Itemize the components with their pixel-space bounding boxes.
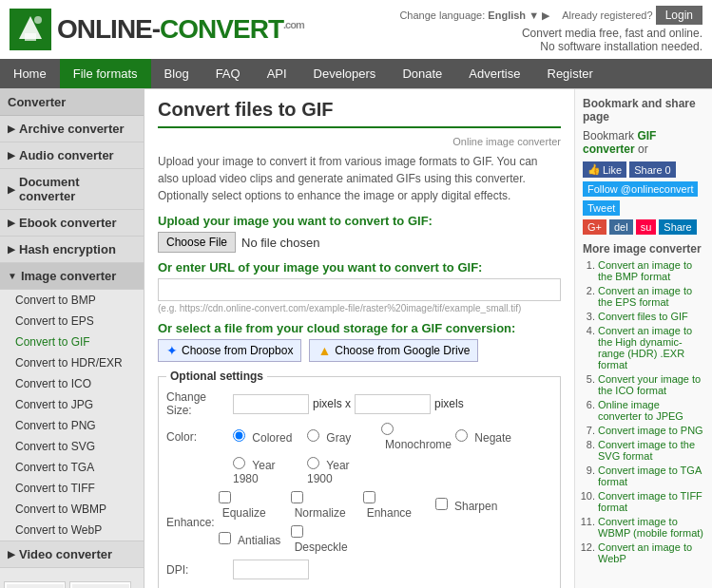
facebook-like-button[interactable]: 👍 Like: [583, 161, 626, 178]
list-item: Convert your image to the ICO format: [598, 373, 704, 396]
url-input[interactable]: [158, 278, 561, 301]
more-link-ico[interactable]: Convert your image to the ICO format: [598, 373, 701, 396]
more-link-png[interactable]: Convert image to PNG: [598, 425, 703, 436]
more-link-bmp[interactable]: Convert an image to the BMP format: [598, 259, 692, 282]
delicious-button[interactable]: del: [609, 219, 633, 235]
more-link-eps[interactable]: Convert an image to the EPS format: [598, 285, 692, 308]
more-link-svg[interactable]: Convert image to the SVG format: [598, 439, 695, 462]
nav-blog[interactable]: Blog: [151, 59, 202, 88]
radio-colored[interactable]: [233, 429, 245, 442]
year-1900[interactable]: Year 1900: [307, 457, 374, 485]
check-enhance[interactable]: [363, 491, 375, 503]
url-hint: (e.g. https://cdn.online-convert.com/exa…: [158, 303, 561, 313]
dpi-label: DPI:: [166, 563, 233, 577]
color-negate[interactable]: Negate: [455, 429, 522, 445]
sidebar-item-bmp[interactable]: Convert to BMP: [0, 290, 144, 311]
sidebar-section-audio[interactable]: ▶Audio converter: [0, 142, 144, 169]
enhance-equalize[interactable]: Equalize: [219, 491, 285, 520]
color-mono[interactable]: Monochrome: [381, 423, 448, 451]
sidebar-section-ebook[interactable]: ▶Ebook converter: [0, 210, 144, 237]
choose-file-button[interactable]: Choose File: [158, 232, 236, 253]
nav-faq[interactable]: FAQ: [202, 59, 254, 88]
sidebar-item-webp[interactable]: Convert to WebP: [0, 520, 144, 541]
login-button[interactable]: Login: [656, 6, 702, 25]
sidebar-item-hdr[interactable]: Convert to HDR/EXR: [0, 352, 144, 373]
language-bar: Change language: English ▼ ▶ Already reg…: [399, 6, 702, 25]
logo-icon: [10, 9, 51, 50]
sidebar-item-tiff[interactable]: Convert to TIFF: [0, 478, 144, 499]
nav-advertise[interactable]: Advertise: [455, 59, 533, 88]
radio-1900[interactable]: [307, 457, 319, 469]
nav-donate[interactable]: Donate: [389, 59, 455, 88]
width-input[interactable]: [233, 394, 309, 414]
sidebar-section-image[interactable]: ▼Image converter: [0, 263, 144, 290]
dropbox-button[interactable]: ✦ Choose from Dropbox: [158, 339, 301, 362]
check-despeckle[interactable]: [291, 525, 303, 538]
sidebar-item-wbmp[interactable]: Convert to WBMP: [0, 499, 144, 520]
check-antialias[interactable]: [219, 532, 231, 544]
enhance-antialias[interactable]: Antialias: [219, 532, 285, 547]
sidebar-section-archive[interactable]: ▶Archive converter: [0, 116, 144, 142]
nav-api[interactable]: API: [254, 59, 300, 88]
linkedin-button[interactable]: Share: [659, 219, 696, 235]
sidebar-item-ico[interactable]: Convert to ICO: [0, 373, 144, 394]
radio-gray[interactable]: [307, 429, 319, 442]
nav-home[interactable]: Home: [0, 59, 60, 88]
dpi-input[interactable]: [233, 560, 309, 579]
enhance-normalize[interactable]: Normalize: [291, 491, 357, 520]
list-item: Convert image to PNG: [598, 425, 704, 436]
list-item: Convert image to TGA format: [598, 465, 704, 487]
gplus-button[interactable]: G+: [583, 219, 606, 235]
sidebar-item-png[interactable]: Convert to PNG: [0, 415, 144, 436]
radio-1980[interactable]: [233, 457, 245, 469]
twitter-follow-button[interactable]: Follow @onlineconvert: [583, 181, 698, 197]
more-link-tiff[interactable]: Convert image to TIFF format: [598, 490, 702, 513]
more-link-jpeg[interactable]: Online image converter to JPEG: [598, 399, 683, 422]
list-item: Convert an image to the BMP format: [598, 259, 704, 282]
sidebar-item-gif[interactable]: Convert to GIF: [0, 332, 144, 352]
sidebar-item-eps[interactable]: Convert to EPS: [0, 311, 144, 332]
more-link-hdr[interactable]: Convert an image to the High dynamic-ran…: [598, 325, 692, 370]
radio-mono[interactable]: [381, 423, 394, 435]
check-sharpen[interactable]: [435, 498, 448, 510]
right-sidebar: Bookmark and share page Bookmark GIF con…: [574, 89, 712, 588]
color-label: Color:: [166, 430, 233, 444]
facebook-share-button[interactable]: Share 0: [629, 161, 676, 178]
color-options: Colored Gray Monochrome Negate: [233, 423, 522, 451]
sidebar-item-tga[interactable]: Convert to TGA: [0, 457, 144, 478]
no-file-label: No file chosen: [241, 236, 319, 250]
check-equalize[interactable]: [219, 491, 231, 503]
gdrive-icon: ▲: [318, 343, 331, 358]
enhance-enhance[interactable]: Enhance: [363, 491, 430, 520]
radio-negate[interactable]: [455, 429, 468, 442]
more-link-wbmp[interactable]: Convert image to WBMP (mobile format): [598, 516, 703, 539]
gdrive-button[interactable]: ▲ Choose from Google Drive: [309, 339, 478, 362]
tweet-button[interactable]: Tweet: [583, 200, 620, 216]
color-colored[interactable]: Colored: [233, 429, 299, 445]
nav-register[interactable]: Register: [534, 59, 606, 88]
height-input[interactable]: [355, 394, 431, 414]
sidebar-item-svg[interactable]: Convert to SVG: [0, 436, 144, 457]
twitter-buttons: Follow @onlineconvert: [583, 181, 704, 197]
sidebar-section-document[interactable]: ▶Document converter: [0, 169, 144, 210]
more-link-tga[interactable]: Convert image to TGA format: [598, 465, 702, 487]
more-link-gif[interactable]: Convert files to GIF: [598, 311, 688, 322]
sidebar-item-jpg[interactable]: Convert to JPG: [0, 394, 144, 415]
fb-like-icon: 👍: [587, 163, 601, 176]
check-normalize[interactable]: [291, 491, 303, 503]
color-gray[interactable]: Gray: [307, 429, 374, 445]
enhance-sharpen[interactable]: Sharpen: [435, 498, 502, 513]
nav-file-formats[interactable]: File formats: [60, 59, 151, 88]
list-item: Convert an image to WebP: [598, 541, 704, 564]
bookmark-title: Bookmark and share page: [583, 97, 704, 123]
more-link-webp[interactable]: Convert an image to WebP: [598, 541, 692, 564]
sidebar-section-video[interactable]: ▶Video converter: [0, 541, 144, 568]
year-1980[interactable]: Year 1980: [233, 457, 299, 485]
sidebar-section-hash[interactable]: ▶Hash encryption: [0, 237, 144, 263]
nav-developers[interactable]: Developers: [300, 59, 390, 88]
enhance-options: Equalize Normalize Enhance Sharpen Antia…: [219, 491, 552, 554]
change-size-label: Change Size:: [166, 390, 233, 417]
list-item: Convert an image to the High dynamic-ran…: [598, 325, 704, 370]
stumble-button[interactable]: su: [636, 219, 657, 235]
enhance-despeckle[interactable]: Despeckle: [291, 525, 357, 554]
